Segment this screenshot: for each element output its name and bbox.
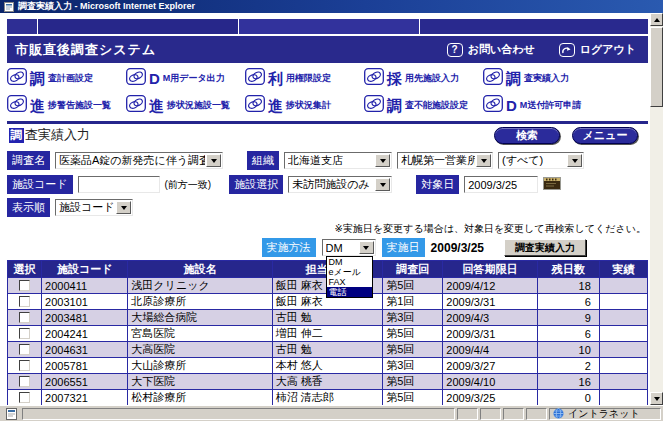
facility-code-cell: 2007321 <box>42 390 128 406</box>
row-checkbox[interactable] <box>19 360 30 371</box>
scroll-thumb[interactable] <box>650 27 663 107</box>
facility-code-note: (前方一致) <box>165 178 212 192</box>
menu-item-initial: 進 <box>268 98 283 113</box>
menu-item[interactable]: 調 査実績入力 <box>483 68 602 89</box>
remaining-days-cell: 16 <box>537 374 599 390</box>
round-cell: 第3回 <box>383 310 443 326</box>
selected-value: 医薬品A錠の新発売に伴う調査 <box>59 153 205 168</box>
chevron-down-icon[interactable] <box>206 154 221 167</box>
result-cell <box>599 374 647 390</box>
chevron-down-icon[interactable] <box>567 154 582 167</box>
row-checkbox[interactable] <box>19 376 30 387</box>
menu-item-initial: D <box>149 71 160 86</box>
result-cell <box>599 358 647 374</box>
facility-select[interactable]: 未訪問施設のみ <box>288 176 392 193</box>
menu-item-initial: D <box>506 98 517 113</box>
contact-link[interactable]: ? お問い合わせ <box>447 42 535 57</box>
menu-item-label: 用権限設定 <box>286 72 331 85</box>
round-cell: 第1回 <box>383 294 443 310</box>
intranet-label: イントラネット <box>568 407 640 421</box>
row-checkbox[interactable] <box>19 280 30 291</box>
menu-item-initial: 進 <box>30 98 45 113</box>
menu-item-initial: 調 <box>506 71 521 86</box>
row-checkbox[interactable] <box>19 312 30 323</box>
method-dropdown-list: DMeメールFAX電話 <box>326 256 373 298</box>
survey-entry-button[interactable]: 調査実績入力 <box>504 239 586 256</box>
row-checkbox[interactable] <box>19 296 30 307</box>
menu-item[interactable]: 進 捗状況集計 <box>245 95 364 116</box>
result-cell <box>599 342 647 358</box>
intranet-panel: イントラネット <box>549 408 661 420</box>
menu-item[interactable]: 利 用権限設定 <box>245 68 364 89</box>
filter-row-1: 調査名 医薬品A錠の新発売に伴う調査 組織 北海道支店 札幌第一営業所 (すべて… <box>7 151 648 170</box>
facility-code-input[interactable] <box>78 176 160 193</box>
result-cell <box>599 278 647 294</box>
dropdown-option[interactable]: 電話 <box>327 287 372 297</box>
chevron-down-icon[interactable] <box>375 154 390 167</box>
table-row: 2003481 大場総合病院 古田 勉 第3回 2009/4/3 9 <box>8 310 648 326</box>
chevron-down-icon[interactable] <box>476 154 491 167</box>
dropdown-option[interactable]: FAX <box>327 277 372 287</box>
method-select[interactable]: DM <box>322 239 376 256</box>
round-cell: 第5回 <box>383 390 443 406</box>
remaining-days-cell: 10 <box>537 342 599 358</box>
facility-name-cell: 大場総合病院 <box>128 310 272 326</box>
twin-petal-icon <box>483 95 503 116</box>
target-date-input[interactable] <box>464 176 538 193</box>
org-branch-select[interactable]: 北海道支店 <box>284 152 392 169</box>
chevron-down-icon[interactable] <box>116 201 131 214</box>
menu-row-1: 調 査計画設定 D M用データ出力 利 用権限設定 採 用先施設入力 調 査実績… <box>7 65 648 92</box>
logout-link[interactable]: ログアウト <box>559 42 636 57</box>
filter-row-3: 表示順 施設コード <box>7 198 648 217</box>
chevron-down-icon[interactable] <box>375 178 390 191</box>
status-small-panel <box>480 408 501 420</box>
col-round: 調査回 <box>383 261 443 278</box>
scroll-up-button[interactable] <box>650 13 663 26</box>
twin-petal-icon <box>7 95 27 116</box>
menu-item[interactable]: D M用データ出力 <box>126 68 245 89</box>
table-row: 2007321 松村診療所 柿沼 清志郎 第5回 2009/3/25 0 <box>8 390 648 406</box>
scroll-down-button[interactable] <box>650 392 663 405</box>
selected-value: 札幌第一営業所 <box>401 153 475 168</box>
sort-order-select[interactable]: 施設コード <box>55 199 133 216</box>
search-button[interactable]: 検索 <box>494 127 560 144</box>
menu-item[interactable]: 調 査計画設定 <box>7 68 126 89</box>
survey-select[interactable]: 医薬品A錠の新発売に伴う調査 <box>55 152 223 169</box>
menu-item[interactable]: 進 捗警告施設一覧 <box>7 95 126 116</box>
menu-item-initial: 調 <box>387 98 402 113</box>
menu-item[interactable]: 調 査不能施設設定 <box>364 95 483 116</box>
row-checkbox[interactable] <box>19 328 30 339</box>
facility-code-cell: 2004631 <box>42 342 128 358</box>
implementation-date-label: 実施日 <box>382 238 425 257</box>
menu-button[interactable]: メニュー <box>572 127 638 144</box>
remaining-days-cell: 2 <box>537 358 599 374</box>
menu-item[interactable]: 進 捗状況施設一覧 <box>126 95 245 116</box>
menu-item-initial: 調 <box>30 71 45 86</box>
vertical-scrollbar[interactable] <box>650 13 663 405</box>
section-divider <box>7 121 648 124</box>
dropdown-option[interactable]: DM <box>327 257 372 267</box>
chevron-down-icon[interactable] <box>359 241 374 254</box>
person-cell: 本村 悠人 <box>272 358 382 374</box>
remaining-days-cell: 0 <box>537 390 599 406</box>
table-row: 2004241 宮島医院 増田 伸二 第5回 2009/3/31 6 <box>8 326 648 342</box>
implementation-date-value: 2009/3/25 <box>431 241 484 255</box>
filter-row-2: 施設コード (前方一致) 施設選択 未訪問施設のみ 対象日 <box>7 175 648 194</box>
row-checkbox[interactable] <box>19 392 30 403</box>
select-cell <box>8 390 42 406</box>
deadline-cell: 2009/3/27 <box>443 358 537 374</box>
org-office-select[interactable]: 札幌第一営業所 <box>397 152 493 169</box>
facility-name-cell: 松村診療所 <box>128 390 272 406</box>
menu-item[interactable]: 採 用先施設入力 <box>364 68 483 89</box>
org-all-select[interactable]: (すべて) <box>498 152 584 169</box>
twin-petal-icon <box>126 68 146 89</box>
menu-item-initial: 採 <box>387 71 402 86</box>
col-remaining: 残日数 <box>537 261 599 278</box>
menu-item[interactable]: D M送付許可申請 <box>483 95 602 116</box>
result-cell <box>599 310 647 326</box>
row-checkbox[interactable] <box>19 344 30 355</box>
dropdown-option[interactable]: eメール <box>327 267 372 277</box>
system-header: 市販直後調査システム ? お問い合わせ ログアウト <box>7 36 648 63</box>
calendar-icon[interactable] <box>543 177 561 192</box>
decorative-band <box>7 19 648 34</box>
